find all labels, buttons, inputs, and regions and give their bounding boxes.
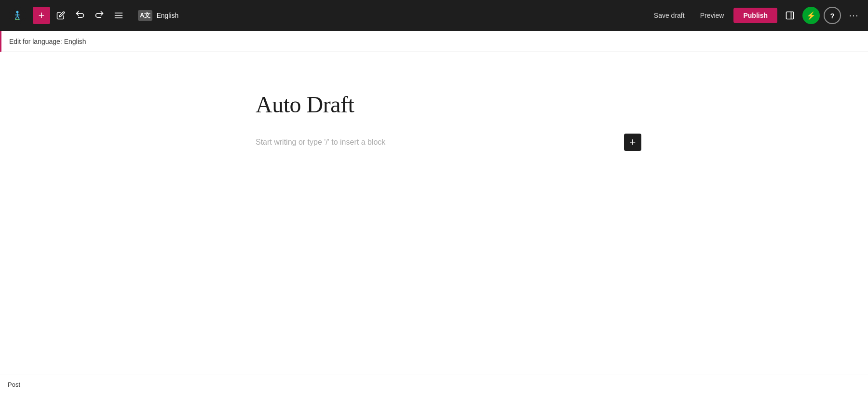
language-selector[interactable]: A文 English [133,7,183,24]
help-icon: ? [830,12,834,20]
performance-button[interactable]: ⚡ [802,7,820,24]
block-area: Start writing or type '/' to insert a bl… [256,138,612,147]
language-icon: A文 [138,10,152,21]
undo-icon [75,11,85,20]
app-logo[interactable] [6,0,29,31]
insert-block-button[interactable]: + [624,134,641,151]
preview-button[interactable]: Preview [694,9,730,22]
svg-point-1 [16,11,19,14]
more-icon: ⋯ [849,10,859,21]
document-overview-button[interactable] [110,7,127,24]
editor-area: Auto Draft Start writing or type '/' to … [256,91,612,147]
more-options-button[interactable]: ⋯ [845,7,862,24]
list-icon [114,11,123,20]
language-label: English [156,12,178,19]
toolbar: + A文 English Save draft [0,0,868,31]
sidebar-toggle-button[interactable] [781,7,799,24]
help-button[interactable]: ? [824,7,841,24]
layout-icon [785,11,795,20]
status-bar: Post [0,375,868,394]
logo-icon [9,7,26,24]
block-placeholder[interactable]: Start writing or type '/' to insert a bl… [256,138,612,147]
toolbar-right: Save draft Preview Publish ⚡ ? ⋯ [648,7,862,24]
undo-button[interactable] [71,7,89,24]
publish-button[interactable]: Publish [733,8,777,23]
svg-rect-5 [787,12,794,19]
add-block-button[interactable]: + [33,7,50,24]
redo-icon [95,11,104,20]
pen-icon [56,11,65,20]
editor-content[interactable]: Auto Draft Start writing or type '/' to … [0,52,868,375]
save-draft-button[interactable]: Save draft [648,9,691,22]
redo-button[interactable] [91,7,108,24]
status-text: Post [8,381,20,388]
edit-button[interactable] [52,7,69,24]
language-bar-text: Edit for language: English [9,38,86,45]
language-bar: Edit for language: English [0,31,868,52]
lightning-icon: ⚡ [806,11,816,20]
post-title[interactable]: Auto Draft [256,91,612,119]
plus-icon: + [630,136,636,149]
